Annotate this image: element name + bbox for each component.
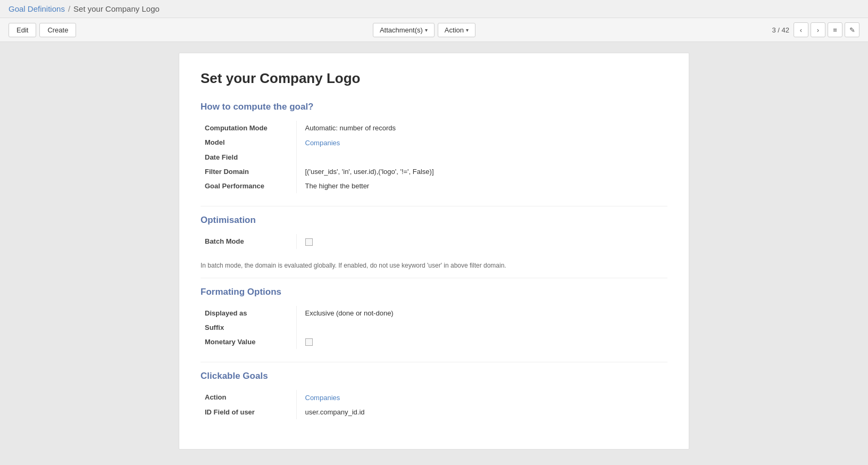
attachments-label: Attachment(s) bbox=[380, 26, 423, 34]
table-row: Computation Mode Automatic: number of re… bbox=[201, 121, 667, 135]
field-label-goal-performance: Goal Performance bbox=[201, 179, 296, 193]
section-optimisation-title: Optimisation bbox=[201, 215, 667, 226]
field-label-displayed-as: Displayed as bbox=[201, 306, 296, 320]
field-value-goal-performance: The higher the better bbox=[296, 179, 667, 193]
edit-button[interactable]: Edit bbox=[9, 23, 36, 37]
field-value-model: Companies bbox=[296, 135, 667, 150]
field-label-id-field: ID Field of user bbox=[201, 405, 296, 419]
divider-2 bbox=[201, 278, 667, 278]
section-computation-title: How to compute the goal? bbox=[201, 102, 667, 112]
action-button[interactable]: Action ▾ bbox=[438, 23, 475, 37]
action-link[interactable]: Companies bbox=[305, 394, 340, 402]
table-row: Monetary Value bbox=[201, 335, 667, 350]
divider-1 bbox=[201, 206, 667, 206]
batch-mode-hint: In batch mode, the domain is evaluated g… bbox=[201, 262, 667, 269]
action-caret: ▾ bbox=[466, 27, 469, 33]
computation-fields: Computation Mode Automatic: number of re… bbox=[201, 121, 667, 193]
field-value-computation-mode: Automatic: number of records bbox=[296, 121, 667, 135]
breadcrumb-separator: / bbox=[68, 4, 70, 13]
field-label-computation-mode: Computation Mode bbox=[201, 121, 296, 135]
model-link[interactable]: Companies bbox=[305, 139, 340, 147]
monetary-value-checkbox bbox=[305, 338, 313, 346]
edit-view-button[interactable]: ✎ bbox=[845, 22, 859, 37]
table-row: Suffix bbox=[201, 320, 667, 335]
table-row: ID Field of user user.company_id.id bbox=[201, 405, 667, 419]
field-value-suffix bbox=[296, 320, 667, 335]
toolbar-right: 3 / 42 ‹ › ≡ ✎ bbox=[772, 22, 859, 37]
optimisation-fields: Batch Mode bbox=[201, 234, 667, 249]
batch-mode-checkbox bbox=[305, 238, 313, 246]
table-row: Action Companies bbox=[201, 390, 667, 405]
section-formatting-title: Formating Options bbox=[201, 287, 667, 297]
prev-button[interactable]: ‹ bbox=[794, 22, 808, 37]
record-card: Set your Company Logo How to compute the… bbox=[179, 53, 689, 450]
divider-3 bbox=[201, 362, 667, 362]
main-content: Set your Company Logo How to compute the… bbox=[0, 42, 868, 460]
field-label-model: Model bbox=[201, 135, 296, 150]
toolbar-center: Attachment(s) ▾ Action ▾ bbox=[373, 23, 475, 37]
field-value-batch-mode bbox=[296, 234, 667, 249]
section-clickable-title: Clickable Goals bbox=[201, 371, 667, 381]
field-label-action: Action bbox=[201, 390, 296, 405]
record-title: Set your Company Logo bbox=[201, 70, 667, 87]
field-value-action: Companies bbox=[296, 390, 667, 405]
breadcrumb-current: Set your Company Logo bbox=[73, 4, 160, 13]
field-label-suffix: Suffix bbox=[201, 320, 296, 335]
create-button[interactable]: Create bbox=[39, 23, 76, 37]
table-row: Displayed as Exclusive (done or not-done… bbox=[201, 306, 667, 320]
table-row: Batch Mode bbox=[201, 234, 667, 249]
field-value-date-field bbox=[296, 150, 667, 164]
pagination-info: 3 / 42 bbox=[772, 26, 789, 34]
breadcrumb-parent[interactable]: Goal Definitions bbox=[9, 4, 65, 13]
field-label-batch-mode: Batch Mode bbox=[201, 234, 296, 249]
field-label-date-field: Date Field bbox=[201, 150, 296, 164]
field-value-monetary-value bbox=[296, 335, 667, 350]
next-button[interactable]: › bbox=[811, 22, 825, 37]
action-label: Action bbox=[445, 26, 464, 34]
toolbar: Edit Create Attachment(s) ▾ Action ▾ 3 /… bbox=[0, 18, 868, 42]
table-row: Date Field bbox=[201, 150, 667, 164]
clickable-fields: Action Companies ID Field of user user.c… bbox=[201, 390, 667, 419]
field-value-displayed-as: Exclusive (done or not-done) bbox=[296, 306, 667, 320]
breadcrumb-bar: Goal Definitions / Set your Company Logo bbox=[0, 0, 868, 18]
toolbar-left: Edit Create bbox=[9, 23, 76, 37]
attachments-button[interactable]: Attachment(s) ▾ bbox=[373, 23, 435, 37]
attachments-caret: ▾ bbox=[425, 27, 428, 33]
field-value-id-field: user.company_id.id bbox=[296, 405, 667, 419]
table-row: Filter Domain [('user_ids', 'in', user.i… bbox=[201, 164, 667, 179]
field-label-monetary-value: Monetary Value bbox=[201, 335, 296, 350]
field-value-filter-domain: [('user_ids', 'in', user.id),('logo', '!… bbox=[296, 164, 667, 179]
table-row: Model Companies bbox=[201, 135, 667, 150]
list-view-button[interactable]: ≡ bbox=[828, 22, 842, 37]
table-row: Goal Performance The higher the better bbox=[201, 179, 667, 193]
field-label-filter-domain: Filter Domain bbox=[201, 164, 296, 179]
formatting-fields: Displayed as Exclusive (done or not-done… bbox=[201, 306, 667, 350]
